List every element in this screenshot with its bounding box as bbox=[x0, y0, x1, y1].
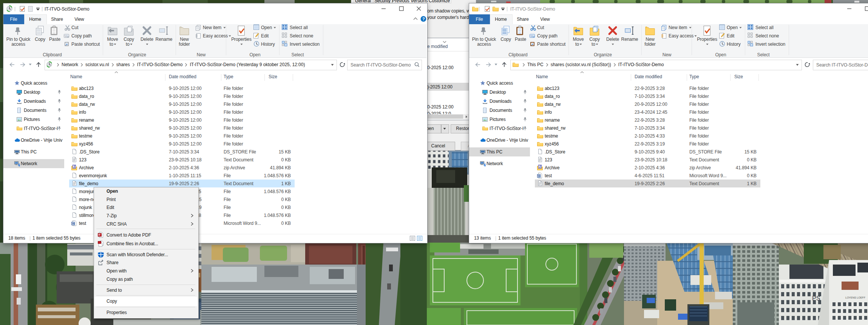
svg-text:W: W bbox=[72, 222, 75, 225]
svg-text:W: W bbox=[530, 34, 533, 38]
svg-text:?: ? bbox=[422, 17, 425, 21]
svg-text:W: W bbox=[65, 34, 68, 38]
svg-text:Z: Z bbox=[73, 165, 75, 169]
svg-text:Z: Z bbox=[539, 165, 541, 169]
svg-text:W: W bbox=[538, 174, 541, 178]
svg-text:PS: PS bbox=[812, 295, 820, 302]
svg-text:LOYENS LOEFF: LOYENS LOEFF bbox=[845, 296, 865, 299]
